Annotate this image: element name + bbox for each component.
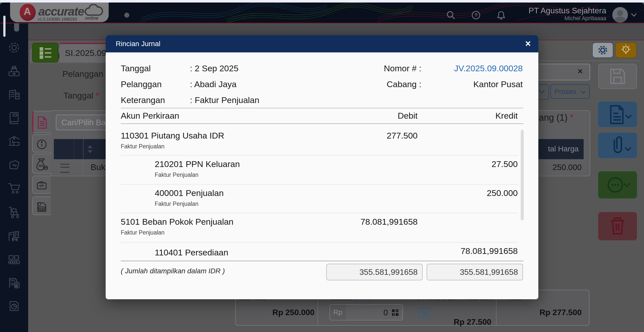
- sidebar-item-pabrikasi[interactable]: [7, 253, 21, 267]
- table-footer-border: [121, 261, 523, 261]
- total-value: Rp 277.500: [519, 308, 582, 317]
- company-block[interactable]: PT Agustus Sejahtera Michel Apriliaaaa: [529, 6, 606, 22]
- brand-name: accurate: [38, 5, 84, 18]
- gear-icon: [7, 41, 21, 55]
- modal-header: Rincian Jurnal ×: [106, 35, 538, 52]
- more-actions-button[interactable]: [598, 171, 637, 198]
- app-header: A accurate v1.0.1#3090-1998293 online ? …: [0, 3, 644, 23]
- journal-table-header: Akun Perkiraan Debit Kredit: [121, 111, 518, 122]
- sidebar-item-settings[interactable]: [7, 41, 21, 55]
- table-scrollbar[interactable]: [521, 130, 524, 220]
- help-icon[interactable]: ?: [471, 10, 481, 20]
- tax-document-icon: TAX: [7, 276, 21, 290]
- journal-memo: Faktur Penjualan: [121, 198, 518, 207]
- side-tab-harga[interactable]: RP: [32, 154, 51, 174]
- price-tag-rp-icon: Rp: [7, 158, 21, 172]
- side-tab-informasi[interactable]: INFORMASI: [32, 196, 51, 215]
- journal-account: 110301 Piutang Usaha IDR: [121, 127, 518, 141]
- pelanggan-label: Pelanggan: [121, 79, 162, 89]
- form-settings-button[interactable]: [592, 42, 613, 58]
- journal-row: 210201 PPN KeluaranFaktur Penjualan27.50…: [121, 156, 518, 185]
- currency-note: ( Jumlah ditampilkan dalam IDR ): [121, 267, 225, 275]
- tanggal-label: Tanggal: [121, 63, 151, 73]
- sidebar-item-aset[interactable]: [7, 229, 21, 243]
- table-top-border: [121, 108, 523, 108]
- sidebar-item-kasir[interactable]: [7, 64, 21, 78]
- table-header-border: [121, 123, 523, 124]
- keterangan-label: Keterangan: [121, 95, 165, 105]
- cloud-icon: [83, 4, 106, 17]
- close-icon[interactable]: ×: [525, 38, 531, 49]
- avatar[interactable]: [612, 7, 628, 23]
- cash-register-icon: [7, 64, 21, 78]
- attachment-button[interactable]: [598, 133, 637, 158]
- barang-heading-fragment: ang (1) *: [539, 112, 574, 123]
- list-icon: [33, 43, 59, 62]
- journal-kredit-amount: 250.000: [487, 188, 518, 198]
- drag-handle-icon[interactable]: [60, 164, 69, 173]
- sidebar-item-laporan[interactable]: [7, 299, 21, 313]
- svg-text:RP: RP: [39, 164, 43, 168]
- lightbulb-icon: !: [616, 43, 636, 57]
- side-tab-detail-barang[interactable]: [32, 111, 51, 133]
- side-tab-info[interactable]: [32, 134, 51, 152]
- side-tab-uang-muka[interactable]: -DP-: [32, 176, 51, 194]
- delete-button[interactable]: [598, 212, 637, 240]
- asset-building-car-icon: [7, 229, 21, 243]
- subtotal-value: Rp 250.000: [252, 308, 314, 317]
- total-debit-box: 355.581,991658: [326, 264, 423, 280]
- account-column-header: Akun Perkiraan: [121, 111, 179, 120]
- percent-badge[interactable]: %: [419, 308, 431, 318]
- company-building-icon: [7, 87, 21, 102]
- journal-memo: Faktur Penjualan: [121, 141, 518, 150]
- document-icon: [34, 115, 50, 129]
- gear-icon: [593, 43, 613, 57]
- document-actions-button[interactable]: [598, 102, 637, 127]
- chevron-down-icon[interactable]: [631, 13, 637, 17]
- hand-truck-icon: [7, 205, 21, 219]
- wallet-dp-icon: -DP-: [34, 180, 50, 192]
- tips-button[interactable]: !: [615, 42, 636, 58]
- book-icon: [7, 111, 21, 125]
- pelanggan-field-label: Pelanggan *: [62, 69, 109, 79]
- journal-memo: Faktur Penjualan: [121, 169, 518, 178]
- journal-account: 110401 Persediaan: [121, 243, 518, 257]
- journal-rows: 110301 Piutang Usaha IDRFaktur Penjualan…: [121, 127, 518, 261]
- sidebar-item-persediaan[interactable]: [7, 205, 21, 219]
- money-bag-rp-icon: RP: [34, 158, 50, 171]
- rincian-jurnal-modal: Rincian Jurnal × Tanggal : 2 Sep 2025 No…: [106, 35, 538, 299]
- diskon-input[interactable]: Rp: [330, 304, 403, 320]
- sidebar-scroll-thumb[interactable]: [14, 23, 19, 31]
- journal-memo: Faktur Penjualan: [121, 227, 518, 236]
- sidebar-item-pembelian[interactable]: [7, 181, 21, 195]
- sidebar: Rp TAX: [0, 23, 28, 332]
- notification-bell-icon[interactable]: [496, 10, 506, 20]
- sidebar-item-kas-bank[interactable]: [7, 134, 21, 148]
- ppn-value: Rp 27.500: [428, 317, 491, 327]
- proses-dropdown-button[interactable]: Proses: [550, 84, 590, 99]
- diskon-value-input[interactable]: [357, 305, 388, 320]
- journal-kredit-amount: 78.081,991658: [461, 246, 518, 256]
- calculator-icon[interactable]: [391, 309, 399, 316]
- ellipsis-circle-icon: [599, 172, 636, 198]
- sidebar-item-buku-besar[interactable]: [7, 111, 21, 125]
- brand-version: v1.0.1#3090-1998293: [38, 17, 77, 22]
- save-button-disabled[interactable]: [598, 64, 637, 89]
- list-view-button[interactable]: [32, 43, 58, 62]
- search-icon[interactable]: [446, 10, 456, 20]
- trash-icon: [599, 213, 636, 240]
- sidebar-item-pajak[interactable]: TAX: [7, 276, 21, 290]
- report-pie-icon: [7, 299, 21, 313]
- tanggal-value: : 2 Sep 2025: [190, 63, 238, 73]
- nomor-link[interactable]: JV.2025.09.00028: [454, 63, 523, 73]
- bank-icon: [7, 134, 21, 148]
- total-kredit-box: 355.581,991658: [427, 264, 523, 280]
- sidebar-item-penjualan[interactable]: Rp: [7, 158, 21, 172]
- logo-letter: A: [24, 6, 31, 17]
- info-row-pelanggan: Pelanggan : Abadi Jaya Cabang : Kantor P…: [121, 79, 523, 90]
- journal-debit-amount: 277.500: [387, 131, 418, 141]
- clear-icon[interactable]: ×: [578, 66, 583, 76]
- kredit-column-header: Kredit: [495, 111, 518, 121]
- sidebar-item-perusahaan[interactable]: [7, 87, 21, 102]
- sort-icon[interactable]: [87, 145, 94, 154]
